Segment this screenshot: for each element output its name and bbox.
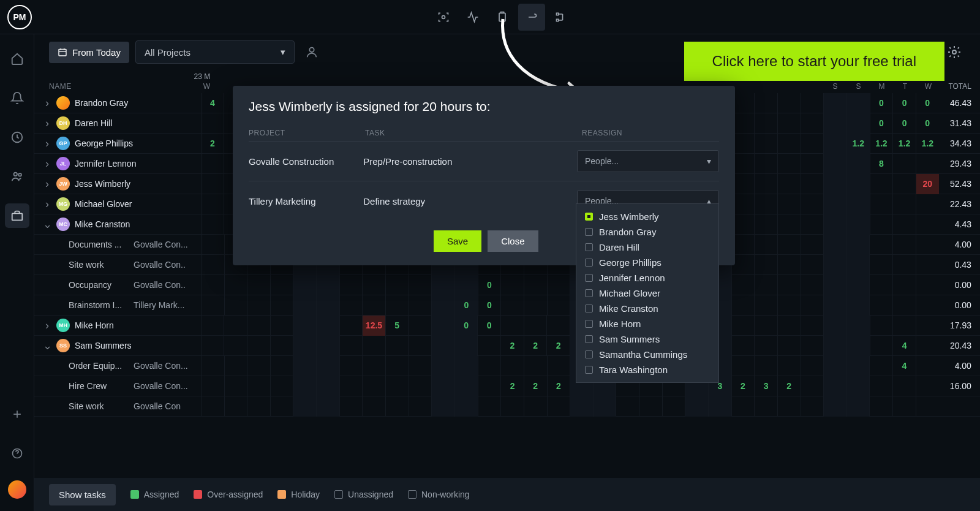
day-cell[interactable] — [362, 356, 385, 376]
day-cell[interactable] — [801, 134, 824, 154]
day-cell[interactable] — [777, 93, 801, 113]
day-cell[interactable] — [823, 336, 846, 356]
day-cell[interactable] — [500, 356, 524, 376]
day-cell[interactable] — [454, 275, 478, 295]
day-cell[interactable] — [201, 113, 224, 134]
day-cell[interactable] — [731, 275, 755, 295]
day-cell[interactable] — [270, 295, 293, 316]
day-cell[interactable]: 2 — [500, 336, 524, 356]
day-cell[interactable] — [731, 336, 755, 356]
day-cell[interactable] — [409, 376, 432, 396]
people-dropdown[interactable]: Jess WimberlyBrandon GrayDaren HillGeorg… — [576, 203, 719, 383]
day-cell[interactable] — [777, 174, 801, 194]
day-cell[interactable] — [754, 113, 777, 134]
day-cell[interactable] — [201, 295, 224, 316]
day-cell[interactable] — [247, 376, 270, 396]
day-cell[interactable] — [870, 214, 893, 235]
day-cell[interactable] — [293, 376, 316, 396]
day-cell[interactable] — [823, 316, 846, 336]
day-cell[interactable]: 4 — [892, 356, 916, 376]
day-cell[interactable]: 0 — [916, 93, 939, 113]
checkbox[interactable] — [585, 305, 593, 312]
day-cell[interactable] — [224, 275, 247, 295]
day-cell[interactable] — [846, 194, 870, 214]
day-cell[interactable] — [293, 336, 316, 356]
day-cell[interactable]: 2 — [500, 376, 524, 396]
checkbox[interactable] — [585, 259, 593, 267]
day-cell[interactable] — [270, 396, 293, 417]
expand-icon[interactable]: ⌄ — [43, 218, 51, 231]
user-avatar[interactable] — [8, 480, 26, 499]
day-cell[interactable]: 2 — [777, 376, 801, 396]
day-cell[interactable] — [777, 295, 801, 316]
day-cell[interactable]: 0 — [478, 295, 501, 316]
day-cell[interactable] — [892, 255, 916, 275]
day-cell[interactable] — [547, 396, 570, 417]
day-cell[interactable] — [754, 194, 777, 214]
day-cell[interactable] — [754, 174, 777, 194]
day-cell[interactable] — [892, 154, 916, 174]
day-cell[interactable] — [409, 356, 432, 376]
day-cell[interactable] — [247, 396, 270, 417]
day-cell[interactable] — [270, 356, 293, 376]
day-cell[interactable]: 0 — [478, 275, 501, 295]
day-cell[interactable] — [408, 316, 431, 336]
day-cell[interactable] — [801, 275, 824, 295]
day-cell[interactable]: 0 — [454, 295, 478, 316]
day-cell[interactable]: 1.2 — [916, 134, 939, 154]
day-cell[interactable] — [547, 295, 570, 316]
day-cell[interactable] — [224, 336, 247, 356]
day-cell[interactable] — [293, 356, 316, 376]
day-cell[interactable] — [916, 275, 939, 295]
day-cell[interactable] — [270, 376, 293, 396]
day-cell[interactable] — [362, 275, 385, 295]
day-cell[interactable] — [869, 356, 892, 376]
task-row[interactable]: Brainstorm I...Tillery Mark...000.00 — [34, 295, 980, 316]
day-cell[interactable] — [777, 336, 801, 356]
clock-icon[interactable] — [5, 125, 29, 150]
day-cell[interactable] — [316, 295, 339, 316]
day-cell[interactable] — [247, 336, 270, 356]
day-cell[interactable] — [478, 396, 501, 417]
day-cell[interactable] — [454, 376, 478, 396]
day-cell[interactable] — [823, 356, 846, 376]
day-cell[interactable] — [892, 235, 916, 255]
day-cell[interactable] — [916, 194, 939, 214]
expand-icon[interactable]: › — [43, 157, 51, 170]
day-cell[interactable] — [869, 235, 892, 255]
day-cell[interactable] — [916, 295, 939, 316]
day-cell[interactable] — [201, 275, 224, 295]
day-cell[interactable] — [754, 214, 777, 235]
day-cell[interactable] — [754, 396, 777, 417]
day-cell[interactable] — [916, 316, 939, 336]
day-cell[interactable] — [224, 295, 247, 316]
day-cell[interactable]: 8 — [870, 154, 893, 174]
day-cell[interactable] — [477, 336, 500, 356]
checkbox[interactable] — [585, 350, 593, 358]
day-cell[interactable] — [754, 275, 777, 295]
day-cell[interactable] — [547, 356, 570, 376]
day-cell[interactable] — [201, 154, 224, 174]
day-cell[interactable] — [846, 275, 870, 295]
day-cell[interactable] — [593, 396, 616, 417]
plus-icon[interactable] — [5, 402, 29, 426]
day-cell[interactable] — [385, 356, 409, 376]
day-cell[interactable] — [293, 275, 316, 295]
day-cell[interactable] — [708, 396, 731, 417]
day-cell[interactable] — [339, 275, 363, 295]
scan-icon[interactable] — [430, 4, 457, 31]
expand-icon[interactable]: › — [43, 198, 51, 211]
day-cell[interactable] — [500, 316, 524, 336]
day-cell[interactable] — [846, 255, 870, 275]
day-cell[interactable] — [547, 275, 570, 295]
day-cell[interactable] — [316, 316, 339, 336]
day-cell[interactable] — [801, 214, 824, 235]
day-cell[interactable] — [224, 356, 247, 376]
day-cell[interactable] — [801, 174, 824, 194]
day-cell[interactable] — [801, 356, 824, 376]
day-cell[interactable] — [846, 396, 870, 417]
checkbox[interactable] — [585, 289, 593, 297]
task-row[interactable]: OccupancyGovalle Con..00.00 — [34, 275, 980, 295]
task-row[interactable]: Hire CrewGovalle Con...222323216.00 — [34, 376, 980, 396]
dropdown-option[interactable]: Daren Hill — [576, 240, 718, 255]
